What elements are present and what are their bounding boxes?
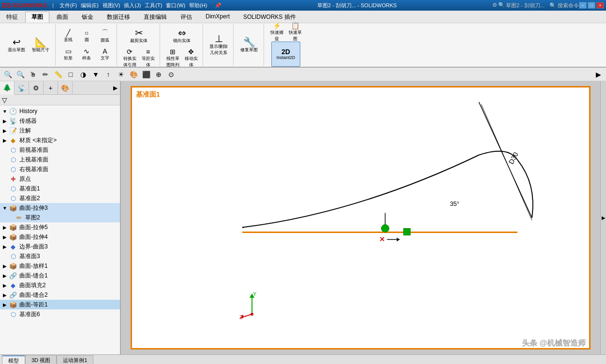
status-tab-3dview[interactable]: 3D 视图 xyxy=(25,355,57,364)
tree-item-offset1[interactable]: ▶ 📦 曲面-等距1 xyxy=(0,300,120,309)
tree-item-material[interactable]: ▶ ◆ 材质 <未指定> xyxy=(0,135,120,145)
right-panel-collapse-handle[interactable]: ▶ xyxy=(600,81,606,354)
display-options-button[interactable]: ⊙ xyxy=(165,69,177,80)
surf-ext3-toggle[interactable]: ▼ xyxy=(2,205,8,211)
panel-tab-config[interactable]: ⚙ xyxy=(29,81,44,95)
zoom-in-button[interactable]: 🔍 xyxy=(15,69,26,80)
canvas-area[interactable]: 基准面1 D30 xyxy=(121,81,600,354)
menu-tools[interactable]: 工具(T) xyxy=(145,2,162,9)
origin-point[interactable] xyxy=(381,224,389,232)
tree-item-plane2[interactable]: ⬡ 基准面2 xyxy=(0,193,120,203)
tree-item-sketch2[interactable]: ✏ 草图2 xyxy=(0,213,120,222)
close-button[interactable]: × xyxy=(596,2,604,9)
menu-insert[interactable]: 插入(J) xyxy=(124,2,141,9)
mirror-button[interactable]: ⇔ 镜向实体 xyxy=(170,23,193,48)
material-toggle[interactable]: ▶ xyxy=(2,137,8,143)
surf-ext5-toggle[interactable]: ▶ xyxy=(2,224,8,230)
tree-item-sensor[interactable]: ▶ 📡 传感器 xyxy=(0,116,120,126)
tree-item-history[interactable]: ▼ 🕐 History xyxy=(0,106,120,116)
right-panel-collapse[interactable]: ▶ xyxy=(592,69,604,80)
green-point-right[interactable] xyxy=(403,228,410,235)
sensor-toggle[interactable]: ▶ xyxy=(2,118,8,124)
tree-item-origin[interactable]: ✚ 原点 xyxy=(0,174,120,184)
repair-button[interactable]: 🔧 修复草图 xyxy=(237,32,261,58)
panel-tab-display[interactable]: 🎨 xyxy=(58,81,73,95)
tab-feature[interactable]: 特征 xyxy=(0,12,24,23)
move-button[interactable]: ✥ 移动实体 xyxy=(182,49,200,67)
minimize-button[interactable]: − xyxy=(579,2,587,9)
trim-button[interactable]: ✂ 裁剪实体 xyxy=(127,23,150,48)
show-relations-button[interactable]: ⊥ 显示/删除几何关系 xyxy=(207,32,230,58)
knit1-toggle[interactable]: ▶ xyxy=(2,273,8,278)
tab-sheetmetal[interactable]: 钣金 xyxy=(75,12,100,23)
tree-item-plane6[interactable]: ⬡ 基准面6 xyxy=(0,309,120,319)
tree-item-plane1[interactable]: ⬡ 基准面1 xyxy=(0,184,120,193)
offset1-toggle[interactable]: ▶ xyxy=(2,302,8,307)
tab-sketch[interactable]: 草图 xyxy=(25,12,49,23)
convert-button[interactable]: ⟳ 转换实体引用 xyxy=(121,49,138,67)
view-orientation-button[interactable]: ◑ xyxy=(77,69,89,80)
tab-dimxpert[interactable]: DimXpert xyxy=(199,12,236,23)
linear-pattern-button[interactable]: ⊞ 线性草图阵列 xyxy=(164,49,181,67)
tree-item-right-plane[interactable]: ⬡ 右视基准面 xyxy=(0,164,120,174)
instant2d-button[interactable]: 2D Instant2D xyxy=(271,42,300,67)
exit-sketch-button[interactable]: ↩ 退出草图 xyxy=(5,32,28,58)
menu-help[interactable]: 帮助(H) xyxy=(189,2,207,9)
arc-button[interactable]: ⌒ 圆弧 xyxy=(96,27,114,44)
scene-button[interactable]: ⬛ xyxy=(140,69,152,80)
tree-item-boundary-surface3[interactable]: ▶ ◆ 边界-曲面3 xyxy=(0,242,120,251)
tree-item-annotation[interactable]: ▶ 📝 注解 xyxy=(0,126,120,135)
loft1-toggle[interactable]: ▶ xyxy=(2,263,8,269)
tab-solidworks-plugins[interactable]: SOLIDWORKS 插件 xyxy=(237,12,302,23)
lighting-button[interactable]: ☀ xyxy=(115,69,127,80)
tree-item-plane3[interactable]: ⬡ 基准面3 xyxy=(0,251,120,261)
tab-evaluate[interactable]: 评估 xyxy=(174,12,198,23)
quick-snap-button[interactable]: ⚡ 快速捕捉 xyxy=(268,23,285,41)
sketch-tool-button[interactable]: ✏ xyxy=(40,69,51,80)
menu-file[interactable]: 文件(F) xyxy=(59,2,77,9)
tree-item-surface-extrude5[interactable]: ▶ 📦 曲面-拉伸5 xyxy=(0,222,120,232)
view-settings-button[interactable]: ⊕ xyxy=(153,69,164,80)
tree-item-front-plane[interactable]: ⬡ 前视基准面 xyxy=(0,145,120,155)
panel-tab-feature-tree[interactable]: 🌲 xyxy=(0,81,15,95)
line-button[interactable]: ╱ 直线 xyxy=(59,27,77,44)
menu-window[interactable]: 窗口(W) xyxy=(166,2,185,9)
smart-dimension-button[interactable]: 📐 智能尺寸 xyxy=(29,32,52,58)
annotation-toggle[interactable]: ▶ xyxy=(2,128,8,133)
tree-item-knit1[interactable]: ▶ 🔗 曲面-缝合1 xyxy=(0,271,120,280)
circle-button[interactable]: ○ 圆 xyxy=(78,27,95,44)
knit2-toggle[interactable]: ▶ xyxy=(2,292,8,298)
tree-item-surface-extrude3[interactable]: ▼ 📦 曲面-拉伸3 xyxy=(0,203,120,213)
section-view-button[interactable]: ▼ xyxy=(90,69,102,80)
status-tab-motion[interactable]: 运动算例1 xyxy=(57,355,93,364)
appearances-button[interactable]: 🎨 xyxy=(128,69,139,80)
tab-direct-edit[interactable]: 直接编辑 xyxy=(137,12,173,23)
select-button[interactable]: 🖱 xyxy=(27,69,39,80)
zoom-to-fit-button[interactable]: 🔍 xyxy=(2,69,14,80)
menu-edit[interactable]: 编辑(E) xyxy=(81,2,99,9)
hide-show-button[interactable]: ↑ xyxy=(103,69,114,80)
spline-button[interactable]: ∿ 样条 xyxy=(78,45,95,63)
panel-tab-property[interactable]: 📡 xyxy=(15,81,29,95)
quick-sketch-button[interactable]: 📋 快速草图 xyxy=(286,23,304,41)
tab-surface[interactable]: 曲面 xyxy=(50,12,74,23)
filter-icon[interactable]: ▽ xyxy=(2,96,7,104)
measure-button[interactable]: 📏 xyxy=(52,69,64,80)
offset-button[interactable]: ≡ 等距实体 xyxy=(139,49,157,67)
text-button[interactable]: A 文字 xyxy=(96,45,114,63)
panel-tab-dim[interactable]: + xyxy=(44,81,58,95)
menu-view[interactable]: 视图(V) xyxy=(103,2,120,9)
history-toggle[interactable]: ▼ xyxy=(2,108,8,114)
panel-tab-arrow[interactable]: ▶ xyxy=(110,81,120,95)
rectangle-button[interactable]: ▭ 矩形 xyxy=(59,45,77,63)
tree-item-surface-extrude4[interactable]: ▶ 📦 曲面-拉伸4 xyxy=(0,232,120,242)
tree-item-knit2[interactable]: ▶ 🔗 曲面-缝合2 xyxy=(0,290,120,300)
tree-item-top-plane[interactable]: ⬡ 上视基准面 xyxy=(0,155,120,164)
boundary-surf3-toggle[interactable]: ▶ xyxy=(2,244,8,249)
fill2-toggle[interactable]: ▶ xyxy=(2,282,8,288)
tab-data-migration[interactable]: 数据迁移 xyxy=(101,12,136,23)
tree-item-loft1[interactable]: ▶ 📦 曲面-放样1 xyxy=(0,261,120,271)
maximize-button[interactable]: □ xyxy=(588,2,595,9)
display-style-button[interactable]: □ xyxy=(65,69,76,80)
tree-item-fill2[interactable]: ▶ ◆ 曲面填充2 xyxy=(0,280,120,290)
